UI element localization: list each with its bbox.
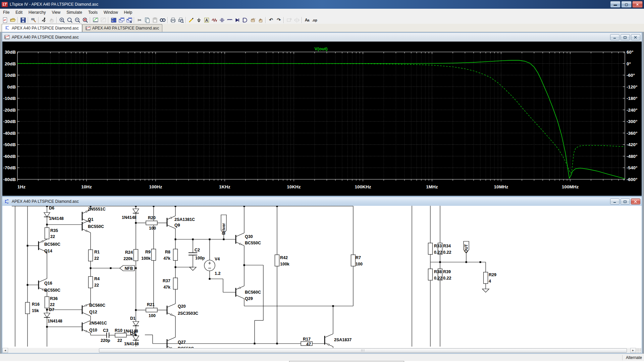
ground-icon[interactable] bbox=[195, 17, 203, 23]
menu-item-file[interactable]: File bbox=[0, 9, 12, 16]
net-flag-driver[interactable]: Driver bbox=[221, 215, 226, 235]
title-bar[interactable]: LT LTspice IV - APEX A40 PA LTSPICE Diam… bbox=[0, 0, 644, 9]
move-icon[interactable] bbox=[249, 17, 257, 23]
zoom-in-icon[interactable] bbox=[58, 17, 66, 23]
component-label[interactable]: R36 bbox=[50, 296, 58, 301]
component-label[interactable]: 100k bbox=[280, 262, 289, 266]
component-label[interactable]: 0.22 bbox=[443, 276, 451, 281]
component-label[interactable]: BC550C bbox=[245, 241, 261, 245]
component-label[interactable]: 22 bbox=[50, 302, 55, 307]
component-label[interactable]: Q12 bbox=[89, 310, 97, 314]
component-label[interactable]: D1 bbox=[130, 316, 136, 321]
save-icon[interactable] bbox=[19, 17, 27, 23]
component-label[interactable]: Q10 bbox=[89, 328, 97, 333]
find-icon[interactable] bbox=[159, 17, 166, 23]
component-label[interactable]: R34 bbox=[443, 244, 451, 248]
component-label[interactable]: 1N4148 bbox=[124, 342, 139, 346]
component-label[interactable]: R10 bbox=[115, 328, 122, 333]
resistor-symbol[interactable] bbox=[115, 333, 126, 337]
component-label[interactable]: R39 bbox=[443, 269, 451, 274]
component-label[interactable]: 220k bbox=[123, 256, 133, 261]
menu-item-simulate[interactable]: Simulate bbox=[63, 9, 85, 16]
waveform-minimize-button[interactable] bbox=[610, 34, 620, 40]
scroll-right-arrow[interactable]: ► bbox=[630, 348, 636, 353]
trace-label-vout[interactable]: V(out) bbox=[315, 46, 328, 51]
component-label[interactable]: R33 bbox=[434, 244, 442, 248]
component-label[interactable]: D4 bbox=[130, 331, 136, 336]
capacitor-icon[interactable] bbox=[218, 17, 226, 23]
resistor-symbol[interactable] bbox=[152, 249, 156, 260]
component-label[interactable]: 100k bbox=[141, 256, 151, 261]
print-icon[interactable] bbox=[169, 17, 177, 23]
cascade-new-icon[interactable] bbox=[125, 17, 133, 23]
resistor-icon[interactable] bbox=[210, 17, 218, 23]
copy-icon[interactable] bbox=[143, 17, 151, 23]
component-label[interactable]: BC560C bbox=[89, 303, 105, 308]
component-label[interactable]: 22 bbox=[117, 338, 122, 343]
new-schematic-icon[interactable] bbox=[1, 17, 9, 23]
component-label[interactable]: Q29 bbox=[245, 296, 253, 301]
component-label[interactable]: R20 bbox=[148, 216, 156, 220]
component-label[interactable]: 100 bbox=[149, 313, 156, 318]
undo-icon[interactable]: ↶ bbox=[267, 17, 275, 23]
voltage-source-symbol[interactable] bbox=[204, 260, 215, 271]
component-label[interactable]: Q20 bbox=[178, 304, 186, 309]
wire-icon[interactable] bbox=[187, 17, 195, 23]
component-label[interactable]: 2N5551C bbox=[88, 207, 106, 212]
resistor-symbol[interactable] bbox=[173, 249, 178, 260]
redo-icon[interactable]: ↷ bbox=[275, 17, 282, 23]
component-label[interactable]: BC560C bbox=[44, 242, 60, 247]
resistor-symbol[interactable] bbox=[428, 269, 433, 280]
close-button[interactable]: ✕ bbox=[632, 1, 643, 8]
resistor-symbol[interactable] bbox=[275, 255, 279, 266]
component-icon[interactable] bbox=[241, 17, 249, 23]
component-label[interactable]: 22 bbox=[50, 234, 55, 239]
label-icon[interactable]: A bbox=[203, 17, 210, 23]
component-label[interactable]: 47 bbox=[306, 342, 311, 347]
text-icon[interactable]: Aa bbox=[303, 17, 311, 23]
scroll-left-arrow[interactable]: ◄ bbox=[2, 348, 8, 353]
component-label[interactable]: 22 bbox=[94, 283, 99, 288]
inductor-icon[interactable] bbox=[226, 17, 233, 23]
plot-autorange-icon[interactable] bbox=[92, 17, 99, 23]
waveform-restore-button[interactable] bbox=[621, 34, 630, 40]
component-label[interactable]: 1N4148 bbox=[48, 319, 62, 323]
resistor-symbol[interactable] bbox=[173, 278, 178, 289]
schematic-close-button[interactable] bbox=[631, 198, 640, 204]
component-label[interactable]: 100 bbox=[149, 226, 156, 231]
component-label[interactable]: Q1 bbox=[88, 217, 94, 222]
resistor-symbol[interactable] bbox=[134, 249, 138, 261]
component-label[interactable]: Q9 bbox=[174, 223, 180, 228]
zoom-full-icon[interactable] bbox=[81, 17, 89, 23]
component-label[interactable]: 0.22 bbox=[443, 250, 451, 255]
minimize-button[interactable]: ▬ bbox=[610, 1, 621, 8]
schematic-canvas-area[interactable]: NFBDriverOUTD61N4148R3522BC560CQ142N5551… bbox=[2, 206, 642, 349]
waveform-window-titlebar[interactable]: APEX A40 PA LTSPICE Diamond.asc bbox=[2, 33, 642, 42]
component-label[interactable]: BC550C bbox=[44, 288, 60, 293]
component-label[interactable]: R35 bbox=[50, 228, 58, 233]
component-label[interactable]: 22 bbox=[94, 256, 99, 261]
component-label[interactable]: R1 bbox=[94, 250, 100, 254]
component-label[interactable]: Q16 bbox=[44, 281, 52, 286]
component-label[interactable]: 0.22 bbox=[434, 276, 442, 281]
component-label[interactable]: 2N5401C bbox=[89, 321, 107, 325]
schematic-window-titlebar[interactable]: APEX A40 PA LTSPICE Diamond.asc bbox=[2, 197, 642, 206]
menu-item-view[interactable]: View bbox=[49, 9, 63, 16]
component-label[interactable]: R7 bbox=[356, 255, 361, 260]
diode-icon[interactable] bbox=[233, 17, 241, 23]
component-label[interactable]: 47k bbox=[163, 256, 170, 261]
run-icon[interactable] bbox=[40, 17, 48, 23]
component-label[interactable]: D7 bbox=[49, 307, 54, 312]
resistor-symbol[interactable] bbox=[89, 250, 93, 261]
maximize-button[interactable]: ▢ bbox=[621, 1, 632, 8]
component-label[interactable]: C3 bbox=[103, 328, 108, 333]
component-label[interactable]: D5 bbox=[134, 206, 140, 206]
print-preview-icon[interactable] bbox=[177, 17, 184, 23]
cascade-icon[interactable] bbox=[117, 17, 125, 23]
component-label[interactable]: BC550C bbox=[88, 224, 104, 229]
drag-icon[interactable] bbox=[257, 17, 264, 23]
component-label[interactable]: R21 bbox=[147, 302, 155, 307]
component-label[interactable]: R4 bbox=[94, 277, 100, 281]
document-tab-2[interactable]: APEX A40 PA LTSPICE Diamond.asc bbox=[82, 24, 163, 32]
zoom-rect-icon[interactable] bbox=[66, 17, 73, 23]
